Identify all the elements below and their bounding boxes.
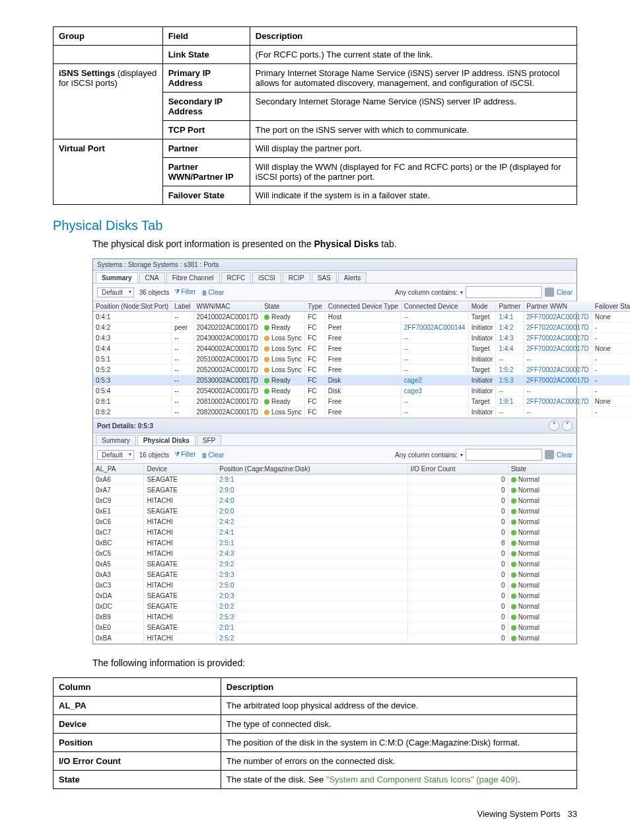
col-header[interactable]: State	[508, 464, 576, 475]
col-header[interactable]: Connected Device	[401, 301, 468, 312]
table-row[interactable]: 0xDCSEAGATE2:0:20Normal	[93, 601, 577, 612]
col-header[interactable]: State	[261, 301, 304, 312]
object-count: 36 objects	[139, 289, 170, 296]
tab-summary[interactable]: Summary	[96, 272, 138, 283]
table-row[interactable]: 0:8:2--20820002AC00017DLoss SyncFCFree--…	[93, 407, 630, 418]
col-header[interactable]: Mode	[468, 301, 496, 312]
tab-iscsi[interactable]: iSCSI	[252, 272, 281, 283]
tab-alerts[interactable]: Alerts	[338, 272, 367, 283]
ports-grid[interactable]: Position (Node:Slot:Port)LabelWWN/MACSta…	[93, 301, 630, 418]
field-cell: Primary IP Address	[162, 64, 250, 93]
disks-grid[interactable]: AL_PADevicePosition (Cage:Magazine:Disk)…	[93, 464, 577, 644]
field-cell: Link State	[162, 46, 250, 64]
desc-cell: Secondary Internet Storage Name Service …	[250, 93, 577, 121]
table-row[interactable]: 0xE0SEAGATE2:0:10Normal	[93, 623, 577, 633]
tab-rcfc[interactable]: RCFC	[221, 272, 252, 283]
view-dropdown[interactable]: Default	[97, 287, 134, 297]
col-header[interactable]: Type	[305, 301, 326, 312]
colname-cell: AL_PA	[53, 697, 221, 715]
table-row[interactable]: 0xBCHITACHI2:5:18Normal	[93, 538, 577, 549]
col-header[interactable]: AL_PA	[93, 464, 144, 475]
col-header[interactable]: Device	[144, 464, 217, 475]
table-row[interactable]: 0xA7SEAGATE2:9:00Normal	[93, 485, 577, 496]
screenshot-window: Systems : Storage Systems : s381 : Ports…	[92, 258, 577, 644]
col-header[interactable]: Partner WWN	[524, 301, 592, 312]
table-row[interactable]: 0:4:1--20410002AC00017DReadyFCHost--Targ…	[93, 312, 630, 323]
detail-view-dropdown[interactable]: Default	[97, 450, 134, 460]
col-header[interactable]: Position (Node:Slot:Port)	[93, 301, 172, 312]
search-input[interactable]	[466, 286, 542, 298]
tab-summary[interactable]: Summary	[96, 435, 136, 445]
table-row[interactable]: 0xA6SEAGATE2:9:10Normal	[93, 475, 577, 485]
table-row[interactable]: 0:4:3--20430002AC00017DLoss SyncFCFree--…	[93, 333, 630, 344]
table-row[interactable]: 0:5:3--20530002AC00017DReadyFCDiskcage2I…	[93, 375, 630, 386]
colname-cell: I/O Error Count	[53, 752, 221, 771]
clear-link[interactable]: Clear	[201, 289, 225, 296]
table-row[interactable]: 0xA3SEAGATE2:9:30Normal	[93, 570, 577, 580]
any-col-label: Any column contains:	[395, 289, 458, 296]
col-header[interactable]: Label	[172, 301, 193, 312]
th-desc2: Description	[221, 678, 577, 697]
table-row[interactable]: 0:5:1--20510002AC00017DLoss SyncFCFree--…	[93, 354, 630, 365]
table-row[interactable]: 0xA5SEAGATE2:9:20Normal	[93, 559, 577, 570]
table-row[interactable]: 0:5:2--20520002AC00017DLoss SyncFCFree--…	[93, 365, 630, 375]
port-details-header: Port Details: 0:5:3 ˄ ˅	[93, 418, 577, 434]
speech-icon[interactable]	[545, 287, 554, 297]
detail-filter-link[interactable]: Filter	[174, 451, 195, 459]
clear-search-link[interactable]: Clear	[557, 289, 573, 296]
colname-cell: State	[53, 771, 221, 789]
main-tabs: SummaryCNAFibre ChannelRCFCiSCSIRCIPSASA…	[93, 271, 577, 284]
colname-cell: Device	[53, 715, 221, 734]
table-row[interactable]: 0xC3HITACHI2:5:00Normal	[93, 580, 577, 591]
collapse-down-icon[interactable]: ˅	[562, 420, 573, 431]
detail-clear-search-link[interactable]: Clear	[557, 451, 573, 459]
field-cell: Partner WWN/Partner IP	[162, 158, 250, 186]
table-row[interactable]: 0xDASEAGATE2:0:30Normal	[93, 591, 577, 601]
coldesc-cell: The type of connected disk.	[221, 715, 577, 734]
col-header[interactable]: I/O Error Count	[407, 464, 508, 475]
table-row[interactable]: 0xB9HITACHI2:5:30Normal	[93, 612, 577, 623]
table-row[interactable]: 0:4:4--20440002AC00017DLoss SyncFCFree--…	[93, 344, 630, 354]
section-heading: Physical Disks Tab	[53, 218, 577, 233]
tab-rcip[interactable]: RCIP	[283, 272, 310, 283]
table-row[interactable]: 0:4:2peer20420202AC00017DReadyFCPeer2FF7…	[93, 323, 630, 333]
table-row[interactable]: 0:8:1--20810002AC00017DReadyFCFree--Targ…	[93, 397, 630, 407]
coldesc-cell: The state of the disk. See "System and C…	[221, 771, 577, 789]
tab-fibre-channel[interactable]: Fibre Channel	[166, 272, 220, 283]
th-desc: Description	[250, 27, 577, 46]
col-header[interactable]: Failover State	[592, 301, 630, 312]
filter-link[interactable]: Filter	[174, 288, 195, 296]
col-header[interactable]: Connected Device Type	[325, 301, 401, 312]
detail-clear-link[interactable]: Clear	[201, 451, 225, 459]
table-row[interactable]: 0xBAHITACHI2:5:20Normal	[93, 633, 577, 644]
tab-sas[interactable]: SAS	[312, 272, 337, 283]
xref-link[interactable]: "System and Component Status Icons" (pag…	[326, 775, 518, 784]
field-cell: Failover State	[162, 186, 250, 205]
tab-cna[interactable]: CNA	[139, 272, 165, 283]
table-row[interactable]: 0xE1SEAGATE2:0:00Normal	[93, 506, 577, 517]
col-header[interactable]: Position (Cage:Magazine:Disk)	[217, 464, 407, 475]
table-row[interactable]: 0xC9HITACHI2:4:00Normal	[93, 496, 577, 506]
th-field: Field	[162, 27, 250, 46]
column-desc-table: Column Description AL_PAThe arbitrated l…	[53, 677, 577, 789]
page-footer: Viewing System Ports 33	[53, 809, 577, 819]
table-row[interactable]: 0xC5HITACHI2:4:30Normal	[93, 549, 577, 559]
desc-cell: Will indicate if the system is in a fail…	[250, 186, 577, 205]
detail-search-input[interactable]	[466, 449, 542, 461]
table-row[interactable]: 0xC7HITACHI2:4:10Normal	[93, 527, 577, 538]
speech-icon[interactable]	[545, 450, 554, 459]
tab-physical-disks[interactable]: Physical Disks	[137, 435, 195, 445]
table-row[interactable]: 0xC6HITACHI2:4:20Normal	[93, 517, 577, 527]
group-cell	[53, 46, 163, 64]
desc-cell: Will display the partner port.	[250, 139, 577, 158]
group-cell: Virtual Port	[53, 139, 163, 205]
colname-cell: Position	[53, 734, 221, 752]
group-cell: iSNS Settings (displayed for iSCSI ports…	[53, 64, 163, 139]
tab-sfp[interactable]: SFP	[197, 435, 221, 445]
col-header[interactable]: WWN/MAC	[193, 301, 261, 312]
detail-toolbar: Default 16 objects Filter Clear Any colu…	[93, 446, 577, 464]
col-header[interactable]: Partner	[496, 301, 524, 312]
clear-icon	[201, 451, 209, 459]
collapse-up-icon[interactable]: ˄	[549, 420, 559, 431]
table-row[interactable]: 0:5:4--20540002AC00017DReadyFCDiskcage3I…	[93, 386, 630, 397]
